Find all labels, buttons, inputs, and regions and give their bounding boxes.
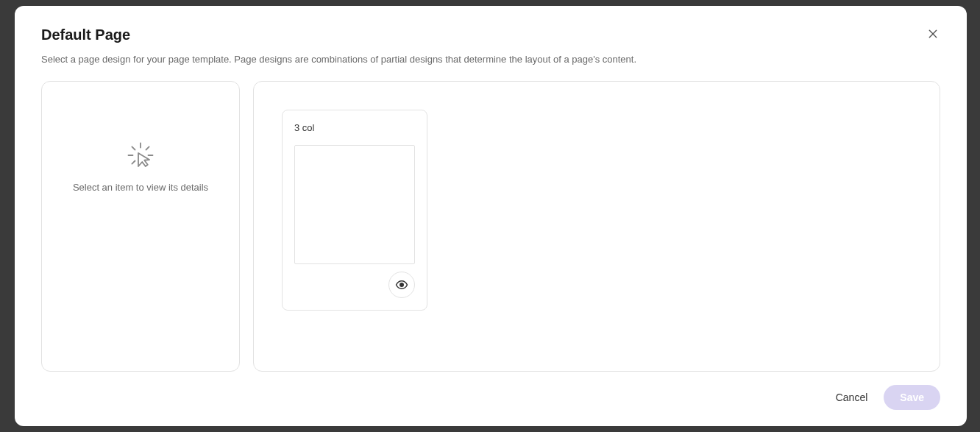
modal-description: Select a page design for your page templ… [41, 54, 940, 65]
cancel-button[interactable]: Cancel [836, 392, 868, 403]
designs-grid: 3 col [253, 81, 940, 372]
svg-line-4 [146, 146, 149, 149]
default-page-modal: Default Page Select a page design for yo… [15, 6, 967, 426]
svg-point-8 [400, 283, 404, 287]
design-card[interactable]: 3 col [282, 110, 427, 311]
modal-header: Default Page [41, 26, 940, 43]
details-placeholder-text: Select an item to view its details [73, 182, 208, 193]
modal-title: Default Page [41, 26, 130, 43]
preview-button[interactable] [388, 272, 415, 298]
svg-line-7 [132, 161, 135, 164]
select-item-icon [127, 142, 154, 169]
close-button[interactable] [926, 26, 940, 41]
close-icon [927, 28, 939, 40]
details-panel: Select an item to view its details [41, 81, 240, 372]
eye-icon [395, 278, 408, 291]
svg-line-3 [132, 146, 135, 149]
content-row: Select an item to view its details 3 col [41, 81, 940, 372]
design-card-preview [294, 145, 415, 264]
modal-footer: Cancel Save [41, 385, 940, 410]
design-card-title: 3 col [294, 122, 415, 133]
save-button[interactable]: Save [884, 385, 940, 410]
